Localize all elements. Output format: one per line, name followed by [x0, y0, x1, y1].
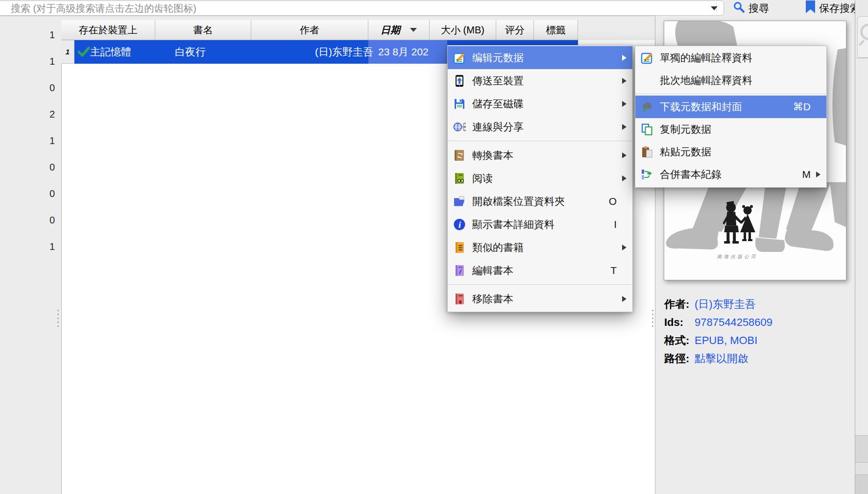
formats-links[interactable]: EPUB, MOBI [695, 334, 757, 347]
submenu-arrow-icon [621, 124, 627, 130]
menu-item-open-folder[interactable]: 開啟檔案位置資料夾 O [448, 190, 632, 213]
right-edge-strip [855, 0, 868, 494]
menu-item-label: 顯示書本詳細資料 [472, 218, 614, 231]
search-dropdown-icon[interactable] [711, 6, 718, 10]
no-icon [640, 74, 653, 87]
header-filler [578, 20, 655, 40]
menu-item-label: 复制元数据 [660, 123, 811, 136]
menu-item-label: 批次地編輯詮釋資料 [660, 74, 811, 87]
column-header-size[interactable]: 大小 (MB) [430, 20, 496, 40]
no-arrow [815, 126, 821, 133]
copy-metadata-icon [640, 123, 653, 136]
strip-panel [855, 436, 868, 462]
edit-book-icon [453, 264, 466, 277]
menu-item-label: 下载元数据和封面 [660, 100, 793, 114]
menu-item-edit-metadata-bulk[interactable]: 批次地編輯詮釋資料 [635, 69, 826, 92]
tag-count: 2 [0, 107, 55, 121]
book-details-icon: i [453, 218, 466, 231]
submenu-arrow-icon [815, 171, 821, 178]
menu-item-copy-metadata[interactable]: 复制元数据 [635, 118, 826, 141]
menu-item-label: 連線與分享 [472, 120, 617, 134]
cell-author: (日)东野圭吾 [251, 40, 373, 64]
menu-item-send-to-device[interactable]: 傳送至裝置 [448, 69, 632, 92]
no-arrow [815, 77, 821, 84]
submenu-arrow-icon [621, 100, 627, 107]
submenu-arrow-icon [621, 244, 627, 251]
search-button-label: 搜尋 [748, 1, 769, 15]
tag-count: 0 [0, 213, 55, 227]
menu-item-download-metadata[interactable]: 下载元数据和封面 ⌘D [635, 96, 826, 118]
cell-on-device: 主記憶體 [90, 40, 131, 64]
column-header-date[interactable]: 日期 [368, 20, 430, 40]
menu-item-edit-book[interactable]: 編輯書本 T [448, 259, 632, 282]
menu-item-edit-metadata-individually[interactable]: 單獨的編輯詮釋資料 [635, 47, 826, 69]
save-search-button[interactable]: 保存搜索 [805, 0, 860, 16]
menu-item-paste-metadata[interactable]: 粘贴元数据 [635, 141, 826, 163]
bookmark-icon [805, 0, 816, 16]
no-arrow [621, 267, 627, 274]
menu-item-convert-books[interactable]: 轉換書本 [448, 144, 632, 167]
right-splitter-handle[interactable] [652, 310, 654, 327]
merge-books-icon [640, 168, 653, 181]
submenu-arrow-icon [621, 175, 627, 182]
column-header-author[interactable]: 作者 [251, 20, 368, 40]
menu-item-label: 粘贴元数据 [660, 145, 811, 159]
column-header-title[interactable]: 書名 [155, 20, 251, 40]
menu-item-remove-books[interactable]: 移除書本 [448, 287, 632, 310]
search-button[interactable]: 搜尋 [733, 0, 769, 16]
menu-item-read[interactable]: 阅读 [448, 167, 632, 190]
edit-metadata-icon [453, 51, 466, 64]
menu-item-merge-books[interactable]: 合併書本紀錄 M [635, 163, 826, 186]
menu-item-shortcut: O [609, 196, 617, 207]
menu-separator [635, 92, 826, 96]
menu-item-connect-share[interactable]: 連線與分享 [448, 115, 632, 138]
isbn-link[interactable]: 9787544258609 [695, 316, 772, 329]
no-arrow [815, 103, 821, 110]
menu-item-label: 儲存至磁碟 [472, 97, 617, 111]
svg-text:i: i [458, 220, 460, 229]
column-header-tags[interactable]: 標籤 [534, 20, 578, 40]
left-splitter-handle[interactable] [57, 310, 59, 327]
tag-count: 0 [0, 187, 55, 200]
menu-item-shortcut: I [614, 219, 617, 230]
detail-author-row: 作者: (日)东野圭吾 [664, 295, 772, 313]
detail-path-row: 路徑: 點擊以開啟 [664, 349, 772, 368]
menu-item-book-details[interactable]: i 顯示書本詳細資料 I [448, 213, 632, 236]
row-number: 1 [61, 40, 74, 64]
column-header-rating[interactable]: 评分 [496, 20, 534, 40]
tag-count: 1 [0, 54, 55, 68]
strip-panel [855, 475, 868, 494]
tag-count: 0 [0, 81, 55, 95]
tag-count: 1 [0, 28, 55, 42]
table-header-row: 存在於裝置上 書名 作者 日期 大小 (MB) 评分 標籤 [61, 20, 578, 40]
menu-item-label: 轉換書本 [472, 148, 617, 162]
strip-panel [855, 463, 868, 474]
open-folder-icon [453, 195, 466, 208]
author-link[interactable]: (日)东野圭吾 [695, 297, 756, 312]
menu-separator [448, 282, 632, 287]
cell-title: 白夜行 [175, 40, 206, 64]
path-link[interactable]: 點擊以開啟 [695, 351, 748, 366]
tag-count: 1 [0, 240, 55, 253]
download-metadata-icon [640, 100, 653, 114]
submenu-arrow-icon [621, 152, 627, 159]
menu-item-save-to-disk[interactable]: 儲存至磁碟 [448, 92, 632, 115]
submenu-arrow-icon [621, 54, 627, 61]
tag-count: 0 [0, 160, 55, 174]
send-to-device-icon [453, 74, 466, 87]
submenu-arrow-icon [621, 296, 627, 302]
menu-item-label: 阅读 [472, 172, 617, 185]
connect-share-icon [453, 120, 466, 133]
menu-item-edit-metadata[interactable]: 编辑元数据 [448, 46, 632, 69]
path-label: 路徑: [664, 351, 693, 366]
column-header-on-device[interactable]: 存在於裝置上 [61, 20, 155, 40]
menu-separator [448, 138, 632, 144]
menu-item-similar-books[interactable]: 類似的書籍 [448, 236, 632, 259]
calibre-window: 搜索 (对于高级搜索请点击左边的齿轮图标) 搜尋 保存搜索 1 1 0 2 1 … [0, 0, 868, 494]
menu-item-label: 移除書本 [472, 292, 617, 306]
read-icon [453, 172, 466, 185]
tag-count: 1 [0, 134, 55, 148]
no-arrow [815, 148, 821, 155]
edit-metadata-icon [640, 51, 653, 65]
on-device-check-icon [77, 46, 90, 60]
